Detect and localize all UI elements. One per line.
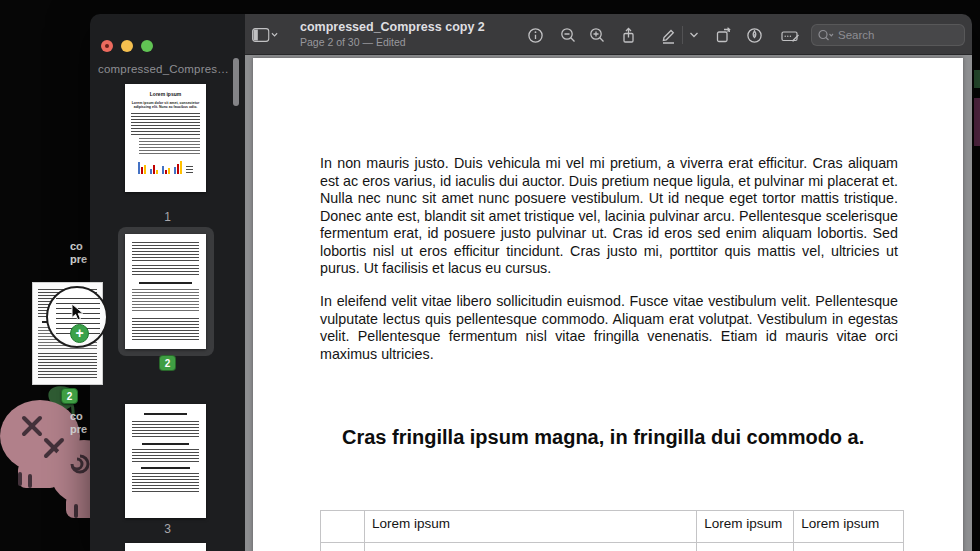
info-icon	[527, 27, 544, 44]
thumb1-title: Lorem ipsum	[131, 91, 200, 97]
preview-window: compressed_Compress... Lorem ipsum Lorem…	[90, 14, 972, 551]
table-header-cell: Lorem ipsum	[697, 511, 794, 543]
document-table: Lorem ipsum Lorem ipsum Lorem ipsum	[320, 510, 904, 551]
page-number-2-badge: 2	[159, 355, 176, 371]
sidebar-scrollbar[interactable]	[233, 58, 239, 106]
sidebar-document-title: compressed_Compress...	[98, 63, 230, 75]
table-header-cell: Lorem ipsum	[365, 511, 697, 543]
thumb2-table-block	[132, 289, 199, 313]
info-button[interactable]	[522, 23, 548, 47]
thumb3-subheading-line	[141, 467, 189, 469]
table-header-cell: Lorem ipsum	[794, 511, 904, 543]
zoom-in-button[interactable]	[584, 23, 610, 47]
chevron-down-icon	[272, 33, 277, 36]
minimize-button[interactable]	[121, 40, 133, 52]
page-number-3: 3	[90, 522, 245, 536]
share-button[interactable]	[615, 23, 641, 47]
page-thumbnail-2[interactable]	[125, 234, 206, 349]
desktop-file-label: copre	[70, 410, 92, 436]
fullscreen-button[interactable]	[141, 40, 153, 52]
zoom-out-icon	[560, 27, 577, 44]
thumb3-text-block	[132, 473, 199, 493]
chevron-down-icon	[689, 31, 699, 39]
search-icon	[818, 29, 834, 42]
page-thumbnail-4[interactable]	[125, 543, 206, 551]
sidebar-icon	[252, 27, 278, 43]
thumb3-subheading-line	[142, 443, 189, 445]
form-fill-button[interactable]	[777, 23, 803, 47]
table-header-cell	[321, 511, 365, 543]
table-row	[321, 543, 904, 551]
thumb1-bar-chart	[131, 158, 200, 174]
thumb2-text-block	[132, 242, 199, 262]
window-controls	[101, 40, 153, 52]
page-thumbnail-1[interactable]: Lorem ipsum Lorem ipsum dolor sit amet, …	[125, 84, 206, 192]
wallpaper-fragment	[974, 70, 980, 88]
desktop-file-label: copre	[70, 240, 92, 266]
markup-menu-button[interactable]	[685, 23, 703, 47]
markup-button[interactable]	[655, 23, 681, 47]
form-fill-icon	[781, 27, 800, 44]
rotate-button[interactable]	[710, 23, 736, 47]
document-viewport: In non mauris justo. Duis vehicula mi ve…	[245, 55, 972, 551]
markup-pencil-icon	[660, 27, 677, 44]
pen-nib-circle-icon	[746, 27, 763, 44]
rotate-icon	[715, 27, 732, 44]
page-number-1: 1	[90, 210, 245, 224]
thumb1-subtitle: Lorem ipsum dolor sit amet, consectetur …	[131, 101, 200, 109]
page-thumbnail-3[interactable]	[125, 404, 206, 518]
thumb1-bullet-list	[139, 138, 200, 154]
thumb3-title-line	[144, 413, 188, 415]
search-field[interactable]	[811, 24, 965, 46]
paragraph: In non mauris justo. Duis vehicula mi ve…	[320, 155, 898, 278]
thumb2-text-block	[132, 265, 199, 277]
zoom-out-button[interactable]	[555, 23, 581, 47]
zoom-in-icon	[589, 27, 606, 44]
copy-plus-badge: +	[70, 324, 89, 343]
window-title: compressed_Compress copy 2	[300, 20, 485, 34]
mouse-cursor	[71, 303, 85, 321]
thumb1-text-block	[131, 113, 200, 135]
thumb2-text-block	[132, 318, 199, 340]
thumb3-text-block	[132, 421, 199, 439]
document-page: In non mauris justo. Duis vehicula mi ve…	[253, 58, 963, 551]
annotate-button[interactable]	[741, 23, 767, 47]
sidebar-toggle-button[interactable]	[252, 23, 278, 47]
window-subtitle: Page 2 of 30 — Edited	[300, 36, 406, 48]
thumb3-text-block	[132, 449, 199, 463]
share-icon	[620, 27, 637, 44]
drag-count-badge: 2	[61, 388, 78, 404]
thumb2-heading-line	[139, 282, 193, 284]
paragraph: In eleifend velit vitae libero sollicitu…	[320, 293, 898, 363]
wallpaper-fragment	[974, 98, 980, 146]
toolbar: compressed_Compress copy 2 Page 2 of 30 …	[245, 14, 972, 55]
toolbar-divider	[682, 26, 683, 44]
table-header-row: Lorem ipsum Lorem ipsum Lorem ipsum	[321, 511, 904, 543]
close-button[interactable]	[101, 40, 113, 52]
section-heading: Cras fringilla ipsum magna, in fringilla…	[320, 424, 902, 450]
search-input[interactable]	[838, 29, 948, 41]
main-area: compressed_Compress copy 2 Page 2 of 30 …	[245, 14, 972, 551]
thumbnail-sidebar: compressed_Compress... Lorem ipsum Lorem…	[90, 14, 245, 551]
